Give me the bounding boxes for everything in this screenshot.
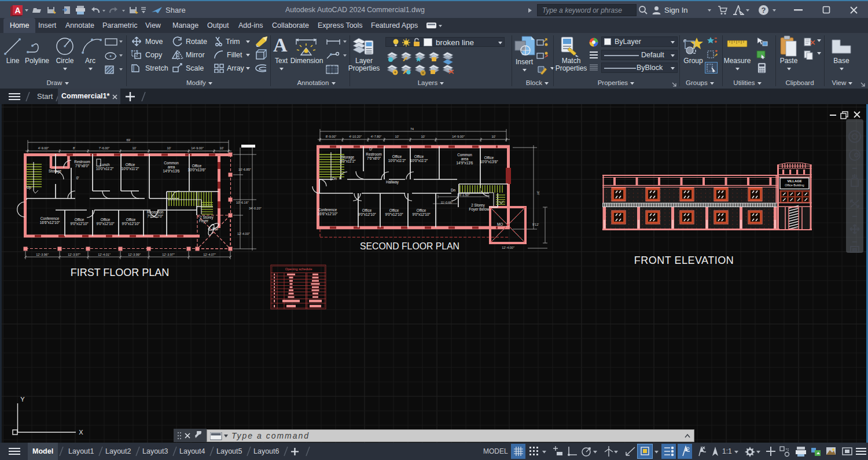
- svg-text:Hallway: Hallway: [386, 180, 399, 185]
- svg-text:Conference: Conference: [41, 216, 60, 220]
- svg-text:FIRST FLOOR PLAN: FIRST FLOOR PLAN: [71, 267, 170, 278]
- svg-text:area: area: [168, 165, 175, 169]
- svg-text:12'-4.07″: 12'-4.07″: [203, 253, 216, 256]
- svg-text:area: area: [461, 157, 469, 161]
- svg-text:Dn: Dn: [332, 176, 337, 181]
- svg-text:7′0″x12′0″: 7′0″x12′0″: [147, 214, 163, 218]
- svg-text:10': 10': [421, 135, 425, 138]
- svg-text:Office: Office: [414, 154, 424, 159]
- svg-text:D′: D′: [369, 147, 373, 151]
- svg-text:10′0″x13′6″: 10′0″x13′6″: [188, 168, 207, 172]
- svg-text:MO: MO: [497, 222, 503, 226]
- svg-text:7′6″x8′0″: 7′6″x8′0″: [367, 156, 381, 160]
- svg-text:Office: Office: [192, 164, 202, 168]
- svg-text:10′0″x11′2″: 10′0″x11′2″: [410, 159, 428, 163]
- svg-text:74: 74: [410, 127, 414, 131]
- svg-text:10': 10': [219, 146, 223, 150]
- svg-text:34′: 34′: [536, 191, 540, 195]
- svg-text:12'-4.00″: 12'-4.00″: [502, 246, 514, 249]
- svg-text:9′0″x12′10″: 9′0″x12′10″: [71, 222, 89, 226]
- svg-text:10': 10': [132, 146, 136, 150]
- svg-text:Office: Office: [362, 208, 372, 212]
- svg-text:10': 10': [395, 135, 399, 138]
- svg-text:Office: Office: [484, 156, 494, 160]
- svg-text:10'-6.16″: 10'-6.16″: [236, 201, 249, 204]
- svg-text:A: A: [14, 6, 20, 15]
- svg-text:16′6″x12′10″: 16′6″x12′10″: [40, 220, 60, 225]
- svg-text:Common: Common: [457, 153, 472, 157]
- svg-text:Foyer: Foyer: [199, 219, 208, 223]
- svg-text:VILLAGE: VILLAGE: [787, 179, 801, 183]
- svg-text:69′: 69′: [126, 138, 130, 142]
- svg-text:FRONT ELEVATION: FRONT ELEVATION: [634, 255, 734, 266]
- svg-text:11′-0.66″: 11′-0.66″: [440, 201, 453, 204]
- svg-text:Common: Common: [164, 161, 179, 165]
- svg-text:10′0″x11′2″: 10′0″x11′2″: [388, 159, 406, 163]
- svg-text:14'-9.00″: 14'-9.00″: [191, 146, 204, 150]
- svg-text:Conference: Conference: [318, 208, 337, 212]
- svg-text:10': 10': [491, 135, 495, 138]
- svg-text:4'-9.00″: 4'-9.00″: [38, 146, 49, 150]
- svg-text:8′0″x11′2″: 8′0″x11′2″: [340, 159, 356, 163]
- svg-text:7'-6.00″: 7'-6.00″: [99, 146, 110, 150]
- svg-text:12'-4.00″: 12'-4.00″: [237, 232, 250, 235]
- svg-text:Opening schedule: Opening schedule: [285, 267, 312, 271]
- svg-text:9′0″x12′10″: 9′0″x12′10″: [122, 222, 141, 226]
- svg-text:9′12′: 9′12′: [532, 223, 539, 226]
- svg-text:Office: Office: [392, 154, 402, 159]
- svg-text:Office: Office: [417, 208, 426, 212]
- svg-text:Office: Office: [126, 218, 136, 222]
- svg-text:9′0″x12′10″: 9′0″x12′10″: [358, 212, 377, 216]
- svg-text:Office Building: Office Building: [785, 183, 804, 187]
- svg-text:Office: Office: [389, 208, 399, 212]
- svg-text:4'-10.20″: 4'-10.20″: [349, 135, 362, 138]
- svg-text:14'-9.00″: 14'-9.00″: [452, 135, 465, 138]
- svg-text:Restroom: Restroom: [366, 152, 381, 156]
- svg-text:14′-1.50″: 14′-1.50″: [457, 193, 470, 197]
- svg-text:?: ?: [762, 6, 766, 14]
- svg-text:12'-3.97″: 12'-3.97″: [68, 253, 80, 256]
- svg-text:0′: 0′: [76, 176, 80, 180]
- svg-text:10': 10': [167, 146, 171, 150]
- svg-text:Foyer Below: Foyer Below: [469, 207, 490, 212]
- svg-text:Office: Office: [101, 218, 111, 222]
- svg-text:12'-3.97″: 12'-3.97″: [162, 253, 175, 256]
- svg-text:14′9″x13′6: 14′9″x13′6: [163, 169, 180, 173]
- svg-text:34'-0.20″: 34'-0.20″: [249, 207, 262, 210]
- svg-text:MO: MO: [212, 227, 218, 231]
- svg-text:9′0″x12′10″: 9′0″x12′10″: [97, 222, 115, 226]
- svg-text:10′0″x11′2″: 10′0″x11′2″: [96, 167, 114, 171]
- svg-text:12'-4.01″: 12'-4.01″: [98, 253, 111, 256]
- svg-text:Office: Office: [75, 218, 84, 222]
- svg-text:10′0″x13′6″: 10′0″x13′6″: [480, 160, 499, 164]
- svg-text:Storage: Storage: [49, 169, 62, 174]
- svg-text:Up: Up: [27, 185, 32, 190]
- svg-text:16′6″x12′10″: 16′6″x12′10″: [318, 212, 338, 216]
- svg-text:8'-9.00″: 8'-9.00″: [326, 135, 337, 138]
- svg-text:9′0″x12′10″: 9′0″x12′10″: [385, 212, 404, 216]
- svg-text:Restroom: Restroom: [74, 160, 90, 164]
- svg-text:X: X: [79, 429, 83, 436]
- svg-text:4'-7.80″: 4'-7.80″: [371, 135, 382, 138]
- svg-text:7′6″x8′0″: 7′6″x8′0″: [75, 164, 90, 168]
- svg-text:12'-3.96″: 12'-3.96″: [36, 253, 49, 256]
- svg-text:Lunch: Lunch: [100, 163, 110, 167]
- svg-text:12'-3.99″: 12'-3.99″: [128, 253, 141, 256]
- svg-text:10'-6.85″: 10'-6.85″: [238, 168, 251, 171]
- svg-text:14′9″x13′6: 14′9″x13′6: [457, 161, 473, 165]
- svg-text:8': 8': [73, 146, 75, 150]
- svg-text:SECOND FLOOR PLAN: SECOND FLOOR PLAN: [360, 241, 459, 251]
- svg-text:9′0″x12′10″: 9′0″x12′10″: [413, 212, 431, 216]
- svg-text:Dn: Dn: [451, 188, 456, 192]
- svg-text:Office: Office: [126, 163, 135, 167]
- svg-text:Y: Y: [20, 396, 25, 403]
- svg-text:10′0″x11′2″: 10′0″x11′2″: [122, 167, 139, 171]
